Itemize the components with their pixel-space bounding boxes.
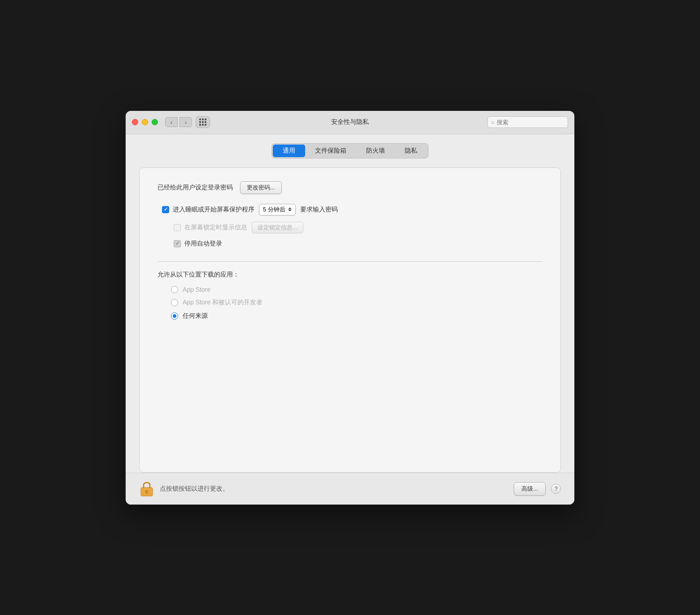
sleep-option-row: 进入睡眠或开始屏幕保护程序 5 分钟后 要求输入密码	[158, 204, 542, 215]
auto-login-row: 停用自动登录	[158, 240, 542, 248]
help-button[interactable]: ?	[551, 484, 561, 494]
traffic-lights	[132, 119, 158, 125]
radio-app-store-label: App Store	[183, 286, 210, 293]
auto-login-label-text: 停用自动登录	[184, 240, 222, 248]
grid-icon	[199, 119, 206, 126]
grid-button[interactable]	[196, 116, 210, 128]
window-title: 安全性与隐私	[331, 118, 369, 126]
search-box[interactable]: ⌕	[487, 116, 568, 128]
tabs-row: 通用 文件保险箱 防火墙 隐私	[139, 143, 561, 158]
lock-icon[interactable]	[140, 481, 153, 497]
radio-app-store-developers[interactable]: App Store 和被认可的开发者	[171, 299, 542, 307]
maximize-button[interactable]	[152, 119, 158, 125]
radio-app-store-developers-label: App Store 和被认可的开发者	[183, 299, 262, 307]
lock-icon-wrap[interactable]	[139, 480, 154, 497]
tab-general[interactable]: 通用	[273, 145, 305, 157]
time-select[interactable]: 5 分钟后	[259, 204, 296, 215]
radio-group: App Store App Store 和被认可的开发者 任何来源	[158, 286, 542, 320]
svg-rect-3	[146, 492, 148, 494]
tabs-container: 通用 文件保险箱 防火墙 隐私	[271, 143, 429, 158]
radio-app-store-developers-circle[interactable]	[171, 299, 178, 306]
tab-filevault[interactable]: 文件保险箱	[305, 145, 356, 157]
screen-lock-checkbox[interactable]	[174, 224, 181, 231]
svg-rect-1	[142, 488, 152, 489]
screen-lock-label-text: 在屏幕锁定时显示信息	[184, 224, 247, 232]
search-icon: ⌕	[491, 119, 494, 125]
radio-app-store-circle[interactable]	[171, 286, 178, 293]
footer: 点按锁按钮以进行更改。 高级... ?	[126, 473, 574, 505]
forward-button[interactable]: ›	[179, 117, 192, 127]
screen-lock-row: 在屏幕锁定时显示信息 设定锁定信息...	[158, 222, 542, 233]
titlebar: ‹ › 安全性与隐私 ⌕	[126, 111, 574, 134]
auto-login-checkbox[interactable]	[174, 240, 181, 247]
back-button[interactable]: ‹	[165, 117, 178, 127]
after-label: 要求输入密码	[300, 206, 338, 214]
time-select-arrows	[288, 207, 292, 211]
tab-privacy[interactable]: 隐私	[395, 145, 427, 157]
arrow-down-icon	[288, 210, 292, 211]
content-area: 通用 文件保险箱 防火墙 隐私 已经给此用户设定登录密码 更改密码... 进入睡…	[126, 134, 574, 473]
sleep-checkbox-label[interactable]: 进入睡眠或开始屏幕保护程序	[162, 206, 254, 214]
advanced-button[interactable]: 高级...	[514, 482, 546, 496]
main-panel: 已经给此用户设定登录密码 更改密码... 进入睡眠或开始屏幕保护程序 5 分钟后…	[139, 167, 561, 473]
radio-any-source-label: 任何来源	[183, 312, 208, 320]
radio-any-source[interactable]: 任何来源	[171, 312, 542, 320]
nav-buttons: ‹ ›	[165, 117, 192, 127]
close-button[interactable]	[132, 119, 138, 125]
radio-app-store[interactable]: App Store	[171, 286, 542, 293]
sleep-label-text: 进入睡眠或开始屏幕保护程序	[173, 206, 254, 214]
password-label: 已经给此用户设定登录密码	[158, 184, 233, 192]
downloads-section-label: 允许从以下位置下载的应用：	[158, 271, 542, 279]
screen-lock-label[interactable]: 在屏幕锁定时显示信息	[174, 224, 247, 232]
lock-text: 点按锁按钮以进行更改。	[160, 485, 508, 493]
set-lock-message-button[interactable]: 设定锁定信息...	[252, 222, 303, 233]
minimize-button[interactable]	[142, 119, 148, 125]
search-input[interactable]	[497, 119, 564, 126]
separator	[158, 261, 542, 262]
change-password-button[interactable]: 更改密码...	[240, 181, 282, 194]
auto-login-label[interactable]: 停用自动登录	[174, 240, 222, 248]
time-value: 5 分钟后	[263, 206, 285, 214]
radio-any-source-circle[interactable]	[171, 312, 178, 320]
password-row: 已经给此用户设定登录密码 更改密码...	[158, 181, 542, 194]
arrow-up-icon	[288, 207, 292, 209]
tab-firewall[interactable]: 防火墙	[356, 145, 395, 157]
main-window: ‹ › 安全性与隐私 ⌕ 通用 文件保险箱 防火墙 隐私	[126, 111, 574, 505]
sleep-checkbox[interactable]	[162, 206, 169, 213]
